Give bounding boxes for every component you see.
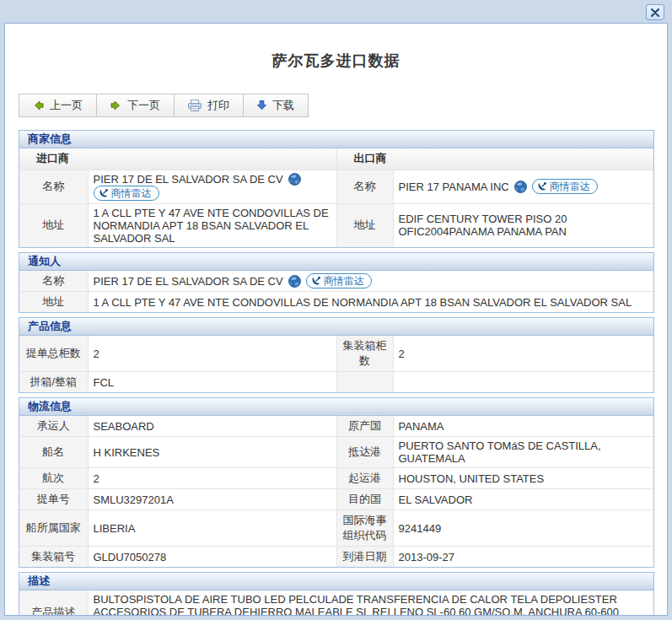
blue-arrow-down-icon (257, 100, 266, 111)
close-button[interactable] (646, 4, 664, 20)
vessel-name-label: 船名 (19, 437, 88, 468)
lcl-fcl-value: FCL (88, 372, 336, 393)
business-radar-label: 商情雷达 (550, 181, 590, 192)
importer-address-label: 地址 (19, 203, 88, 247)
table-row: 提单号 SMLU3297201A 目的国 EL SALVADOR (19, 489, 653, 510)
empty-value-cell (393, 372, 653, 393)
container-number-value: GLDU7050278 (88, 547, 336, 568)
voyage-label: 航次 (19, 468, 88, 489)
importer-address-value: 1 A CLL PTE Y 47 AVE NTE CONDOVILLAS DE … (88, 203, 336, 247)
importer-header: 进口商 (19, 148, 336, 170)
table-row: 产品描述 BULTOSPISTOLA DE AIRE TUBO LED PELC… (19, 590, 653, 616)
vessel-name-value: H KIRKENES (88, 437, 336, 468)
flag-country-label: 船所属国家 (19, 510, 88, 547)
business-radar-badge[interactable]: 商情雷达 (306, 273, 372, 288)
download-button[interactable]: 下载 (244, 94, 308, 116)
business-radar-badge[interactable]: 商情雷达 (94, 186, 159, 201)
section-merchant-title: 商家信息 (19, 131, 653, 148)
table-row: 地址 1 A CLL PTE Y 47 AVE NTE CONDOVILLAS … (19, 203, 653, 247)
container-count-label: 集装箱柜数 (336, 336, 393, 372)
container-number-label: 集装箱号 (19, 547, 88, 568)
origin-country-value: PANAMA (393, 416, 653, 437)
exporter-name-label: 名称 (336, 170, 393, 203)
destination-country-label: 目的国 (336, 489, 393, 510)
product-description-label: 产品描述 (19, 590, 88, 616)
departure-port-value: HOUSTON, UNITED STATES (393, 468, 653, 489)
table-row: 地址 1 A CLL PTE Y 47 AVE NTE CONDOVILLAS … (19, 292, 653, 313)
lcl-fcl-label: 拼箱/整箱 (19, 372, 88, 393)
exporter-header: 出口商 (336, 148, 653, 170)
notify-table: 名称 PIER 17 DE EL SALVADOR SA DE CV 商情雷达 (19, 271, 653, 312)
print-button[interactable]: 打印 (175, 94, 244, 116)
dialog-titlebar (0, 0, 672, 23)
table-row: 提单总柜数 2 集装箱柜数 2 (19, 336, 653, 372)
table-row: 拼箱/整箱 FCL (19, 372, 653, 393)
merchant-table: 进口商 出口商 名称 PIER 17 DE EL SALVADOR SA DE … (19, 148, 653, 247)
importer-name-value: PIER 17 DE EL SALVADOR SA DE CV (94, 173, 283, 186)
notify-name-value: PIER 17 DE EL SALVADOR SA DE CV (94, 275, 283, 288)
print-label: 打印 (207, 98, 229, 113)
arrival-date-value: 2013-09-27 (393, 547, 653, 568)
origin-country-label: 原产国 (336, 416, 393, 437)
importer-name-cell: PIER 17 DE EL SALVADOR SA DE CV 商情雷达 (88, 170, 336, 203)
voyage-value: 2 (88, 468, 336, 489)
section-description: 描述 产品描述 BULTOSPISTOLA DE AIRE TUBO LED P… (19, 572, 654, 616)
exporter-name-value: PIER 17 PANAMA INC (399, 181, 509, 193)
imo-code-label: 国际海事组织代码 (336, 510, 393, 547)
download-label: 下载 (272, 98, 294, 113)
empty-label-cell (336, 372, 393, 393)
business-radar-label: 商情雷达 (111, 187, 152, 199)
exporter-address-label: 地址 (336, 203, 393, 247)
green-arrow-left-icon (33, 100, 44, 111)
next-page-label: 下一页 (127, 98, 160, 113)
section-notify-party: 通知人 名称 PIER 17 DE EL SALVADOR SA DE CV 商… (19, 252, 654, 313)
section-product-info: 产品信息 提单总柜数 2 集装箱柜数 2 拼箱/整箱 FCL (19, 317, 654, 393)
section-logistics-title: 物流信息 (19, 398, 653, 416)
arrival-date-label: 到港日期 (336, 547, 393, 568)
dialog-content: 萨尔瓦多进口数据 上一页 下一页 打印 下载 商家信息 (4, 23, 668, 616)
close-icon (651, 8, 659, 17)
satellite-dish-icon (537, 181, 547, 191)
bl-total-containers-label: 提单总柜数 (19, 336, 88, 372)
bl-number-label: 提单号 (19, 489, 88, 510)
table-row: 名称 PIER 17 DE EL SALVADOR SA DE CV 商情雷达 (19, 271, 653, 292)
product-table: 提单总柜数 2 集装箱柜数 2 拼箱/整箱 FCL (19, 336, 653, 392)
toolbar: 上一页 下一页 打印 下载 (19, 94, 309, 117)
departure-port-label: 起运港 (336, 468, 393, 489)
notify-name-label: 名称 (19, 271, 88, 292)
next-page-button[interactable]: 下一页 (97, 94, 175, 116)
section-logistics-info: 物流信息 承运人 SEABOARD 原产国 PANAMA 船名 H KIRKEN… (19, 397, 654, 568)
business-radar-label: 商情雷达 (324, 275, 364, 287)
logistics-table: 承运人 SEABOARD 原产国 PANAMA 船名 H KIRKENES 抵达… (19, 416, 653, 567)
globe-icon[interactable] (288, 275, 301, 288)
importer-name-label: 名称 (19, 170, 88, 203)
table-row: 名称 PIER 17 DE EL SALVADOR SA DE CV 商情雷达 (19, 170, 653, 203)
section-product-title: 产品信息 (19, 318, 653, 336)
table-row: 船名 H KIRKENES 抵达港 PUERTO SANTO TOMáS DE … (19, 437, 653, 468)
section-description-title: 描述 (19, 573, 653, 590)
section-merchant-info: 商家信息 进口商 出口商 名称 PIER 17 DE EL SALVADOR S… (19, 130, 654, 248)
satellite-dish-icon (99, 188, 109, 198)
description-table: 产品描述 BULTOSPISTOLA DE AIRE TUBO LED PELC… (19, 590, 653, 616)
globe-icon[interactable] (288, 173, 301, 186)
flag-country-value: LIBERIA (88, 510, 336, 547)
table-row: 船所属国家 LIBERIA 国际海事组织代码 9241449 (19, 510, 653, 547)
green-arrow-right-icon (110, 100, 121, 111)
business-radar-badge[interactable]: 商情雷达 (532, 179, 598, 194)
arrival-port-label: 抵达港 (336, 437, 393, 468)
container-count-value: 2 (393, 336, 653, 372)
notify-address-value: 1 A CLL PTE Y 47 AVE NTE CONDOVILLAS DE … (88, 292, 653, 313)
page-title: 萨尔瓦多进口数据 (5, 51, 667, 71)
imo-code-value: 9241449 (393, 510, 653, 547)
notify-address-label: 地址 (19, 292, 88, 313)
table-row: 航次 2 起运港 HOUSTON, UNITED STATES (19, 468, 653, 489)
globe-icon[interactable] (514, 181, 527, 193)
satellite-dish-icon (311, 276, 321, 286)
bl-number-value: SMLU3297201A (88, 489, 336, 510)
exporter-name-cell: PIER 17 PANAMA INC 商情雷达 (393, 170, 653, 203)
printer-icon (188, 100, 202, 111)
exporter-address-value: EDIF CENTURY TOWER PISO 20 OFIC2004PANAM… (393, 203, 653, 247)
bl-total-containers-value: 2 (88, 336, 336, 372)
prev-page-button[interactable]: 上一页 (19, 94, 97, 116)
table-row: 进口商 出口商 (19, 148, 653, 170)
